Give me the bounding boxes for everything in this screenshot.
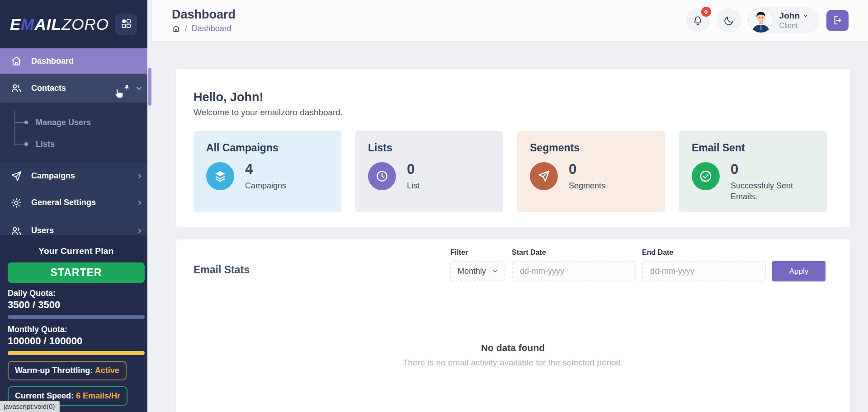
chevron-right-icon (136, 227, 143, 234)
end-date-input[interactable] (642, 261, 766, 281)
stat-card-title: Email Sent (692, 142, 814, 154)
logout-icon (832, 15, 843, 26)
filter-select[interactable]: Monthly (450, 261, 505, 281)
users-icon (10, 225, 22, 237)
home-icon (10, 55, 22, 67)
sidebar-scrollbar-track[interactable] (147, 0, 152, 412)
user-meta: John Client (779, 11, 809, 30)
bell-icon (692, 15, 703, 26)
plan-title: Your Current Plan (8, 246, 145, 256)
stat-card-lists[interactable]: Lists 0 List (355, 131, 503, 212)
email-stats-header: Email Stats Filter Monthly Start Date En… (176, 239, 850, 289)
pin-icon[interactable] (123, 84, 131, 93)
subitem-label: Manage Users (36, 118, 91, 127)
welcome-subtitle: Welcome to your emailzoro dashboard. (193, 108, 832, 117)
sidebar-item-label: Contacts (31, 84, 66, 93)
monthly-quota-label: Monthly Quota: (8, 325, 145, 334)
warmup-label: Warm-up Throttling: (15, 366, 93, 375)
stat-card-value: 4 (245, 162, 286, 176)
chevron-down-icon[interactable] (135, 84, 143, 93)
sidebar-scrollbar-thumb[interactable] (148, 68, 151, 106)
clock-icon (368, 162, 396, 190)
email-stats-title: Email Stats (193, 264, 250, 276)
email-stats-panel: Email Stats Filter Monthly Start Date En… (175, 239, 850, 412)
contacts-icon (10, 82, 22, 94)
page-title: Dashboard (172, 8, 236, 22)
daily-quota-value: 3500 / 3500 (8, 299, 145, 311)
stat-card-label: Successfuly Sent Emails. (731, 180, 814, 202)
stat-card-email-sent[interactable]: Email Sent 0 Successfuly Sent Emails. (679, 131, 827, 212)
stat-card-value: 0 (407, 162, 420, 176)
stat-card-all-campaigns[interactable]: All Campaigns 4 Campaigns (193, 131, 341, 212)
tree-dot (24, 142, 28, 146)
stats-cards-row: All Campaigns 4 Campaigns Lists 0 List (193, 131, 832, 212)
start-date-input[interactable] (512, 261, 636, 281)
plan-name-button[interactable]: STARTER (8, 262, 145, 283)
sidebar-subitem-lists[interactable]: Lists (0, 133, 152, 155)
chevron-right-icon (136, 173, 143, 180)
page-head: Dashboard / Dashboard (172, 8, 236, 33)
welcome-panel: Hello, John! Welcome to your emailzoro d… (175, 68, 850, 227)
notifications-button[interactable]: 0 (686, 8, 710, 33)
stat-card-title: All Campaigns (206, 142, 329, 154)
gear-icon (10, 197, 22, 209)
breadcrumb-current[interactable]: Dashboard (192, 24, 231, 33)
topbar-actions: 0 John Client (686, 7, 849, 33)
warmup-value: Active (95, 366, 119, 375)
stat-card-value: 0 (731, 162, 814, 176)
stat-card-label: Segments (569, 180, 605, 191)
notification-count-badge: 0 (701, 7, 711, 17)
apply-button[interactable]: Apply (772, 261, 826, 281)
current-plan-panel: Your Current Plan STARTER Daily Quota: 3… (0, 235, 152, 412)
sidebar-header: EMAILZORO (0, 0, 152, 48)
speed-label: Current Speed: (15, 391, 74, 400)
filter-selected-value: Monthly (458, 267, 486, 276)
main-content: Hello, John! Welcome to your emailzoro d… (152, 41, 868, 412)
breadcrumb-home-icon[interactable] (172, 24, 180, 33)
tree-connector (15, 144, 24, 145)
subitem-label: Lists (36, 140, 55, 149)
tree-connector (15, 122, 24, 123)
grid-icon (120, 18, 132, 31)
sidebar-item-label: Users (31, 226, 54, 235)
filter-label: Filter (450, 248, 505, 257)
sidebar-item-general-settings[interactable]: General Settings (0, 189, 152, 216)
app-logo[interactable]: EMAILZORO (10, 15, 109, 33)
stat-card-title: Segments (530, 142, 652, 154)
contacts-submenu: Manage Users Lists (0, 103, 152, 163)
menu-grid-toggle-button[interactable] (115, 14, 137, 35)
email-stats-filters: Filter Monthly Start Date End Date Apply (450, 248, 826, 281)
stat-card-label: List (407, 180, 420, 191)
sidebar-item-label: Campaigns (31, 171, 75, 181)
chevron-down-icon (802, 13, 809, 19)
topbar: Dashboard / Dashboard 0 John Client (152, 0, 868, 41)
layers-icon (206, 162, 234, 190)
warmup-throttling-badge: Warm-up Throttling: Active (8, 361, 127, 380)
end-date-label: End Date (642, 248, 766, 257)
welcome-title: Hello, John! (193, 90, 832, 104)
paper-plane-icon (530, 162, 558, 190)
sidebar-subitem-manage-users[interactable]: Manage Users (0, 112, 152, 133)
sidebar-item-label: General Settings (31, 198, 96, 207)
dark-mode-toggle-button[interactable] (717, 8, 741, 33)
breadcrumb-separator: / (185, 24, 187, 33)
stat-card-value: 0 (569, 162, 605, 176)
daily-quota-progressbar (8, 315, 145, 319)
contacts-controls (123, 84, 143, 93)
user-menu[interactable]: John Client (748, 7, 820, 33)
sidebar-item-contacts[interactable]: Contacts (0, 74, 152, 103)
monthly-quota-progressbar (8, 351, 145, 355)
stat-card-title: Lists (368, 142, 491, 154)
logo-part-accent: M (21, 15, 34, 33)
sidebar-item-label: Dashboard (31, 56, 74, 66)
chevron-down-icon (491, 268, 498, 275)
avatar (748, 8, 774, 33)
start-date-label: Start Date (512, 248, 636, 257)
sidebar-item-dashboard[interactable]: Dashboard (0, 48, 152, 74)
empty-state-title: No data found (176, 342, 850, 353)
breadcrumb: / Dashboard (172, 24, 236, 33)
stat-card-segments[interactable]: Segments 0 Segments (517, 131, 665, 212)
empty-state-message: There is no email activity available for… (176, 358, 850, 368)
sidebar-item-campaigns[interactable]: Campaigns (0, 163, 152, 189)
logout-button[interactable] (826, 10, 849, 31)
